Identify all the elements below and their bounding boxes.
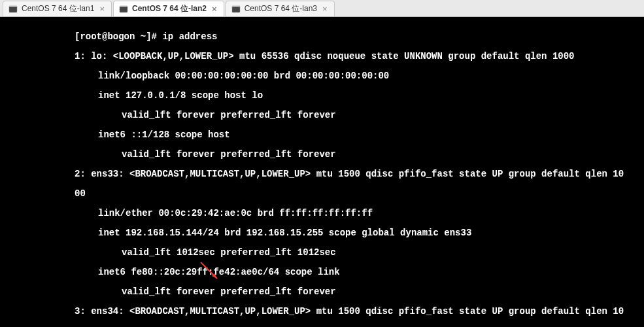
terminal-icon: [231, 5, 241, 14]
output-line: 3: ens34: <BROADCAST,MULTICAST,UP,LOWER_…: [0, 307, 644, 317]
tab-label: CentOS 7 64 位-lan2: [132, 3, 207, 14]
tab-bar: CentOS 7 64 位-lan1 × CentOS 7 64 位-lan2 …: [0, 0, 644, 17]
output-line: valid_lft forever preferred_lft forever: [0, 111, 644, 120]
tab-lan1[interactable]: CentOS 7 64 位-lan1 ×: [3, 1, 112, 16]
output-line: inet6 ::1/128 scope host: [0, 130, 644, 140]
output-line: valid_lft 1012sec preferred_lft 1012sec: [0, 248, 644, 258]
output-line: inet6 fe80::20c:29ff:fe42:ae0c/64 scope …: [0, 267, 644, 277]
tab-label: CentOS 7 64 位-lan3: [245, 3, 317, 14]
terminal-output[interactable]: [root@bogon ~]# ip address 1: lo: <LOOPB…: [0, 17, 644, 327]
output-line: inet 192.168.15.144/24 brd 192.168.15.25…: [0, 228, 644, 238]
close-icon[interactable]: ×: [321, 4, 329, 14]
output-line: 1: lo: <LOOPBACK,UP,LOWER_UP> mtu 65536 …: [0, 52, 644, 61]
prompt-line: [root@bogon ~]# ip address: [0, 32, 644, 42]
output-line: 00: [0, 189, 644, 199]
output-line: inet 127.0.0.1/8 scope host lo: [0, 91, 644, 101]
output-line: valid_lft forever preferred_lft forever: [0, 287, 644, 297]
terminal-icon: [119, 5, 128, 14]
tab-label: CentOS 7 64 位-lan1: [22, 3, 94, 14]
tab-lan2[interactable]: CentOS 7 64 位-lan2 ×: [113, 1, 224, 16]
terminal-icon: [8, 5, 18, 14]
output-line: valid_lft forever preferred_lft forever: [0, 150, 644, 160]
svg-rect-1: [9, 6, 17, 7]
output-line: 2: ens33: <BROADCAST,MULTICAST,UP,LOWER_…: [0, 169, 644, 179]
svg-rect-5: [232, 6, 240, 7]
output-line: link/ether 00:0c:29:42:ae:0c brd ff:ff:f…: [0, 209, 644, 218]
close-icon[interactable]: ×: [211, 4, 218, 14]
output-line: link/loopback 00:00:00:00:00:00 brd 00:0…: [0, 71, 644, 81]
close-icon[interactable]: ×: [98, 4, 106, 14]
svg-rect-3: [120, 6, 127, 7]
tab-lan3[interactable]: CentOS 7 64 位-lan3 ×: [226, 1, 335, 16]
